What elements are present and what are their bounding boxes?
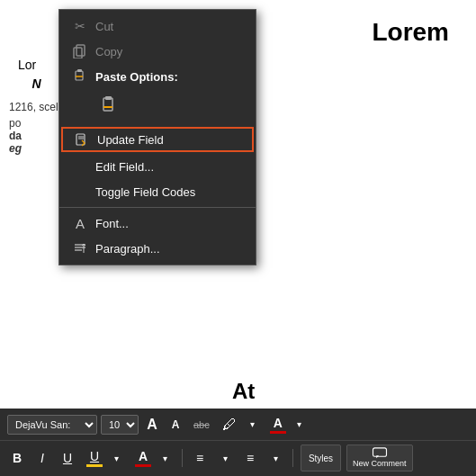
svg-rect-1	[74, 48, 82, 58]
font-size-down-button[interactable]: A	[166, 415, 185, 435]
toolbar-separator-1	[182, 449, 183, 467]
highlight-dropdown[interactable]: ▾	[243, 415, 263, 435]
update-field-icon	[74, 131, 90, 148]
bold-button[interactable]: B	[7, 448, 27, 468]
toggle-codes-icon	[72, 184, 88, 200]
svg-rect-0	[76, 45, 85, 56]
menu-separator-1	[59, 207, 256, 208]
doc-bold-text: N	[18, 76, 41, 91]
paste-icon-keep[interactable]	[95, 93, 122, 120]
paste-icon	[72, 68, 88, 85]
copy-label: Copy	[95, 45, 122, 58]
highlight-group: 🖊 ▾	[218, 415, 263, 435]
bullet-list-button[interactable]: ≡	[190, 448, 210, 468]
new-comment-label: New Comment	[353, 460, 407, 469]
update-field-label: Update Field	[97, 133, 164, 147]
bullet-list-dropdown[interactable]: ▾	[215, 448, 235, 468]
toolbar-separator-2	[292, 449, 293, 467]
toolbar-row2: B I U U ▾ A ▾ ≡ ▾ ≡ ▾ Styles	[0, 441, 476, 475]
context-menu: ✂ Cut Copy Paste Options:	[58, 9, 256, 265]
paragraph-menu-item[interactable]: Paragraph...	[59, 236, 256, 261]
edit-field-icon	[72, 158, 88, 175]
paste-options-header: Paste Options:	[59, 64, 256, 89]
paragraph-label: Paragraph...	[95, 242, 160, 256]
update-field-menu-item[interactable]: Update Field	[61, 127, 254, 152]
doc-bold-da: da	[9, 130, 22, 142]
paste-options-label: Paste Options:	[95, 70, 178, 84]
edit-field-label: Edit Field...	[95, 160, 154, 174]
copy-icon	[72, 43, 88, 59]
highlight-button[interactable]: 🖊	[218, 415, 241, 435]
doc-body-text: Lor	[18, 58, 36, 72]
font-color-dropdown[interactable]: ▾	[290, 415, 310, 435]
cut-icon: ✂	[72, 18, 88, 34]
paste-sub-icons	[59, 89, 256, 125]
font-color-button[interactable]: A	[266, 414, 290, 436]
text-color-dropdown[interactable]: ▾	[155, 448, 175, 468]
font-color-group: A ▾	[266, 414, 310, 436]
toolbar-row1: DejaVu San: 10.5 A A abc 🖊 ▾ A ▾	[0, 409, 476, 441]
underline-color-button[interactable]: U	[83, 447, 106, 469]
svg-rect-6	[105, 96, 112, 100]
styles-button[interactable]: Styles	[301, 445, 341, 472]
font-size-select[interactable]: 10.5	[101, 415, 139, 435]
cut-menu-item[interactable]: ✂ Cut	[59, 13, 256, 39]
text-color-group: A ▾	[131, 447, 175, 469]
svg-rect-3	[77, 69, 82, 72]
font-name-select[interactable]: DejaVu San:	[7, 415, 97, 435]
underline-color-group: U ▾	[83, 447, 126, 469]
numbered-list-dropdown[interactable]: ▾	[265, 448, 285, 468]
numbered-list-button[interactable]: ≡	[240, 448, 260, 468]
svg-rect-2	[76, 71, 83, 80]
font-icon: A	[72, 215, 88, 231]
toggle-codes-menu-item[interactable]: Toggle Field Codes	[59, 179, 256, 204]
font-menu-item[interactable]: A Font...	[59, 211, 256, 236]
svg-rect-14	[373, 448, 386, 456]
underline-color-dropdown[interactable]: ▾	[106, 448, 126, 468]
styles-label: Styles	[309, 454, 333, 463]
italic-button[interactable]: I	[32, 448, 52, 468]
toolbar: DejaVu San: 10.5 A A abc 🖊 ▾ A ▾ B I U U	[0, 409, 476, 476]
doc-italic-eg: eg	[9, 142, 22, 155]
font-size-up-button[interactable]: A	[142, 415, 162, 435]
cut-label: Cut	[95, 20, 113, 33]
doc-po: po	[9, 117, 21, 130]
underline-button[interactable]: U	[58, 448, 77, 468]
svg-rect-5	[103, 98, 112, 111]
copy-menu-item[interactable]: Copy	[59, 39, 256, 64]
text-color-button[interactable]: A	[131, 447, 155, 469]
paragraph-icon	[72, 240, 88, 256]
font-label: Font...	[95, 217, 129, 230]
at-symbol: At	[232, 379, 255, 404]
toggle-codes-label: Toggle Field Codes	[95, 185, 195, 199]
abc-button[interactable]: abc	[189, 415, 214, 435]
svg-rect-8	[76, 134, 85, 145]
new-comment-button[interactable]: New Comment	[346, 445, 413, 472]
edit-field-menu-item[interactable]: Edit Field...	[59, 154, 256, 179]
